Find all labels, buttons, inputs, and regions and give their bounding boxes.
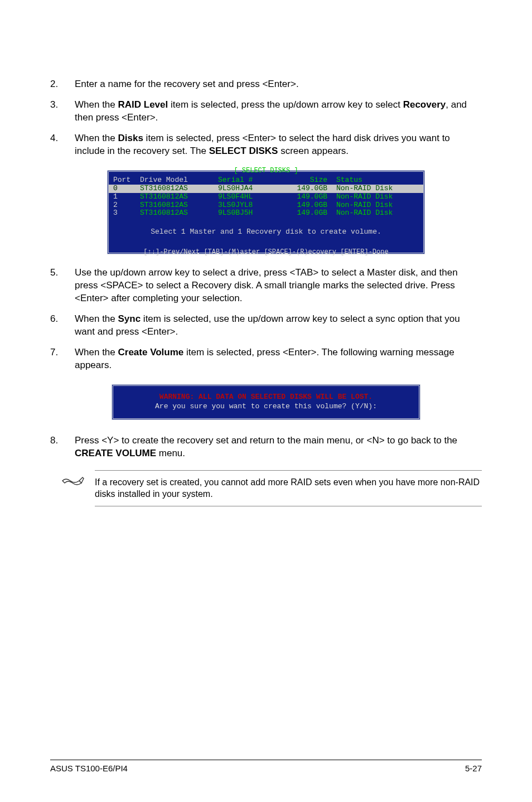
step-4: 4. When the Disks item is selected, pres… [50,132,482,158]
table-row: 1 ST3160812AS 9LS0F4HL 149.0GB Non-RAID … [109,193,423,201]
step-number: 8. [50,434,75,460]
step-body: When the Create Volume item is selected,… [75,346,482,372]
step-5: 5. Use the up/down arrow key to select a… [50,267,482,305]
warning-prompt: Are you sure you want to create this vol… [113,402,419,410]
step-number: 5. [50,267,75,305]
step-number: 3. [50,99,75,124]
step-3: 3. When the RAID Level item is selected,… [50,99,482,124]
step-8: 8. Press <Y> to create the recovery set … [50,434,482,460]
table-row: 3 ST3160812AS 9LS0BJ5H 149.0GB Non-RAID … [109,209,423,218]
warning-line: WARNING: ALL DATA ON SELECTED DISKS WILL… [113,393,419,401]
warning-screenshot: WARNING: ALL DATA ON SELECTED DISKS WILL… [112,384,420,420]
step-body: Enter a name for the recovery set and pr… [75,78,482,91]
step-body: When the Sync item is selected, use the … [75,313,482,339]
step-number: 4. [50,132,75,158]
step-number: 6. [50,313,75,339]
step-number: 2. [50,78,75,91]
step-body: Use the up/down arrow key to select a dr… [75,267,482,305]
page-footer: ASUS TS100-E6/PI4 5-27 [50,760,482,773]
note-pen-icon [59,475,85,501]
table-header: Port Drive Model Serial # Size Status [109,176,423,185]
terminal-footer: [↑↓]-Prev/Next [TAB]-(M)aster [SPACE]-(R… [109,248,423,257]
step-body: When the Disks item is selected, press <… [75,132,482,158]
select-disks-screenshot: [ SELECT DISKS ] Port Drive Model Serial… [107,170,425,255]
table-row: 2 ST3160812AS 3LS0JYL8 149.0GB Non-RAID … [109,201,423,210]
terminal-title: [ SELECT DISKS ] [109,167,423,175]
step-body: When the RAID Level item is selected, pr… [75,99,482,124]
terminal-instruction: Select 1 Master and 1 Recovery disk to c… [109,218,423,244]
footer-left: ASUS TS100-E6/PI4 [50,764,128,773]
note-text: If a recovery set is created, you cannot… [95,470,482,506]
step-body: Press <Y> to create the recovery set and… [75,434,482,460]
footer-right: 5-27 [465,764,482,773]
table-row: 0 ST3160812AS 9LS0HJA4 149.0GB Non-RAID … [109,185,423,193]
step-2: 2. Enter a name for the recovery set and… [50,78,482,91]
step-6: 6. When the Sync item is selected, use t… [50,313,482,339]
step-number: 7. [50,346,75,372]
step-7: 7. When the Create Volume item is select… [50,346,482,372]
note-block: If a recovery set is created, you cannot… [50,470,482,506]
